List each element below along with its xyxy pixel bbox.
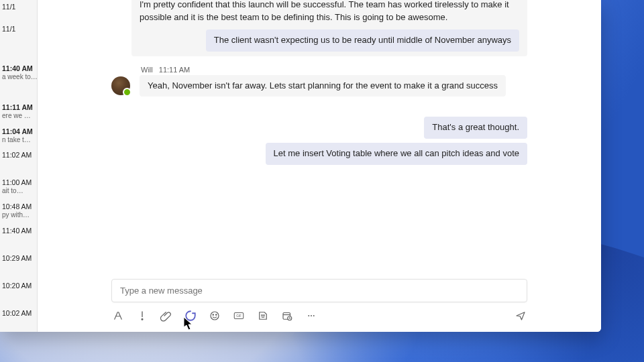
sender-name: Will [141, 66, 153, 74]
svg-point-4 [216, 314, 217, 315]
teams-chat-window: 11/1 11/1 11:40 AM a week to… 11:11 AM e… [0, 0, 601, 332]
svg-point-8 [264, 315, 264, 316]
svg-point-13 [311, 315, 312, 316]
chat-list-item[interactable]: 11:04 AM n take t… [0, 125, 37, 149]
chat-list-item[interactable]: 11/1 [0, 22, 37, 38]
message-text: Let me insert Voting table where we all … [266, 143, 527, 165]
preview-label: py with… [2, 211, 35, 220]
chat-list-item[interactable]: 11:40 AM a week to… [0, 62, 37, 86]
svg-point-3 [213, 314, 213, 315]
schedule-send-icon[interactable] [280, 309, 294, 322]
svg-point-1 [142, 318, 143, 320]
time-label: 11:04 AM [2, 127, 35, 136]
sticker-icon[interactable] [256, 309, 270, 322]
chat-list-item[interactable]: 11:00 AM ait to… [0, 176, 37, 200]
gif-icon[interactable]: GIF [232, 309, 246, 322]
time-label: 10:48 AM [2, 202, 35, 211]
chat-list-item[interactable]: 10:20 AM [0, 279, 37, 294]
preview-label: n take t… [2, 136, 35, 145]
time-label: 11:02 AM [2, 151, 35, 160]
message-outgoing[interactable]: Let me insert Voting table where we all … [111, 143, 527, 165]
emoji-icon[interactable] [208, 309, 221, 322]
compose-area: GIF [38, 279, 601, 332]
time-label: 11:40 AM [2, 64, 35, 73]
svg-point-12 [308, 315, 309, 316]
chat-list-item[interactable]: 10:29 AM [0, 251, 37, 267]
attach-icon[interactable] [160, 309, 173, 322]
svg-text:GIF: GIF [236, 314, 241, 318]
message-text: The client wasn't expecting us to be rea… [206, 29, 519, 52]
chat-list-item[interactable]: 11/1 [0, 0, 37, 15]
time-label: 11:00 AM [2, 178, 35, 187]
compose-toolbar: GIF [111, 309, 527, 322]
time-label: 11/1 [2, 3, 35, 11]
message-input[interactable] [111, 279, 527, 302]
preview-label: ere we … [2, 112, 35, 121]
time-label: 10:20 AM [2, 282, 35, 290]
preview-label: a week to… [2, 73, 35, 82]
message-incoming[interactable]: I'm pretty confident that this launch wi… [111, 0, 527, 56]
chat-list-item[interactable]: 10:48 AM py with… [0, 200, 37, 224]
sender-meta: Will 11:11 AM [141, 66, 527, 74]
message-text: I'm pretty confident that this launch wi… [140, 0, 519, 24]
format-icon[interactable] [111, 309, 125, 322]
send-icon[interactable] [514, 309, 527, 322]
chat-list-item[interactable]: 11:11 AM ere we … [0, 101, 37, 125]
time-label: 10:02 AM [2, 309, 35, 318]
chat-list[interactable]: 11/1 11/1 11:40 AM a week to… 11:11 AM e… [0, 0, 38, 332]
chat-main: I'm pretty confident that this launch wi… [38, 0, 601, 332]
messages-pane[interactable]: I'm pretty confident that this launch wi… [38, 0, 601, 279]
more-icon[interactable] [305, 309, 318, 322]
svg-point-14 [313, 315, 315, 316]
chat-list-item[interactable]: 11:40 AM [0, 224, 37, 239]
message-text: Yeah, November isn't far away. Lets star… [140, 75, 506, 97]
time-label: 11:11 AM [2, 103, 35, 112]
priority-icon[interactable] [136, 309, 149, 322]
loop-component-icon[interactable] [184, 309, 197, 322]
sender-time: 11:11 AM [159, 66, 190, 74]
time-label: 10:29 AM [2, 254, 35, 263]
avatar[interactable] [111, 76, 130, 95]
chat-list-item[interactable]: 10:02 AM [0, 306, 37, 322]
time-label: 11:40 AM [2, 227, 35, 235]
message-text: That's a great thought. [424, 117, 527, 139]
message-incoming[interactable]: Yeah, November isn't far away. Lets star… [111, 75, 527, 97]
preview-label: ait to… [2, 187, 35, 196]
chat-list-item[interactable]: 11:02 AM [0, 148, 37, 164]
svg-point-7 [262, 315, 262, 316]
message-outgoing[interactable]: That's a great thought. [111, 117, 527, 139]
svg-point-2 [211, 312, 219, 320]
time-label: 11/1 [2, 25, 35, 34]
